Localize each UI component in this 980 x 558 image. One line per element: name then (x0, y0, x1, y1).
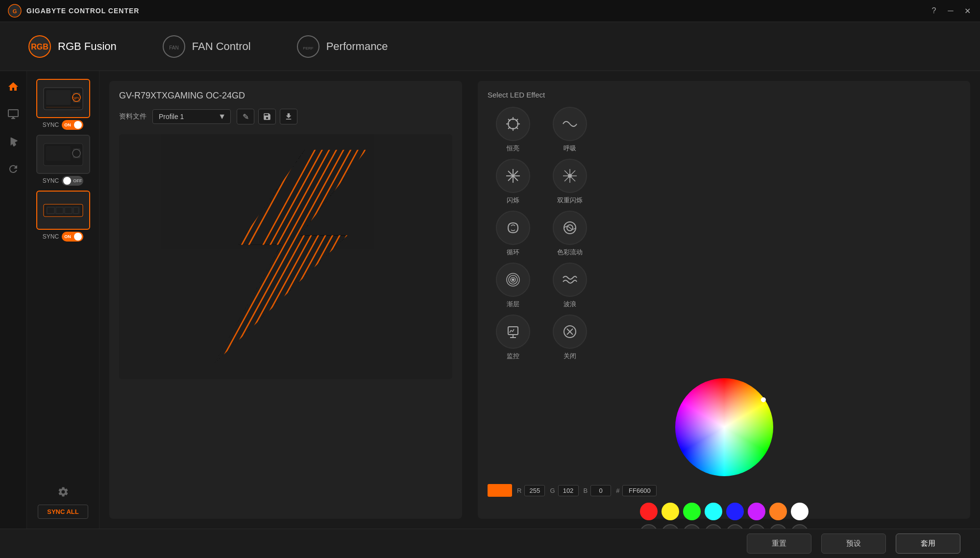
color-wheel[interactable] (675, 378, 773, 476)
profile-save-button[interactable] (258, 109, 276, 124)
toggle-1[interactable]: ON (62, 120, 83, 130)
effect-color-flow[interactable]: 色彩流动 (544, 211, 595, 257)
g-label: G (550, 487, 555, 494)
nav-monitor-icon[interactable] (5, 106, 21, 122)
svg-line-39 (291, 134, 433, 378)
svg-rect-9 (46, 90, 71, 105)
b-input[interactable] (590, 485, 611, 496)
profile-edit-button[interactable]: ✎ (237, 109, 254, 124)
svg-line-45 (176, 134, 319, 378)
svg-point-73 (512, 279, 514, 281)
main-wrapper: GPU SYNC ON (0, 71, 980, 529)
svg-line-28 (212, 134, 354, 378)
nav-bar: RGB RGB Fusion FAN FAN Control PERF Perf… (0, 22, 980, 71)
profile-select[interactable]: Profile 1 Profile 2 Profile 3 (152, 109, 231, 124)
settings-icon[interactable] (57, 486, 69, 501)
swatch-custom-1[interactable] (640, 524, 658, 529)
svg-text:RGB: RGB (31, 43, 49, 51)
toggle-2[interactable]: OFF (62, 176, 83, 186)
svg-rect-21 (56, 207, 63, 214)
reset-button[interactable]: 重置 (747, 534, 811, 554)
effect-cycle-label: 循环 (507, 248, 519, 257)
effect-color-flow-label: 色彩流动 (557, 248, 583, 257)
effect-color-flow-icon (553, 211, 587, 245)
profile-export-button[interactable] (280, 109, 297, 124)
swatch-green[interactable] (683, 503, 701, 520)
effect-double-flash-icon (553, 159, 587, 193)
effect-wave-icon (553, 263, 587, 297)
nav-refresh-icon[interactable] (5, 161, 21, 177)
svg-line-48 (333, 134, 452, 378)
color-wheel-indicator (761, 397, 766, 402)
effect-monitor-label: 监控 (507, 352, 519, 361)
effect-off[interactable]: 关闭 (544, 315, 595, 361)
device-thumb-1[interactable]: GPU (36, 79, 90, 118)
swatch-white[interactable] (791, 503, 808, 520)
gigabyte-logo-icon: G (8, 4, 22, 18)
swatch-custom-3[interactable] (683, 524, 701, 529)
svg-rect-22 (65, 207, 72, 214)
effect-monitor[interactable]: 监控 (488, 315, 539, 361)
effect-monitor-icon (496, 315, 530, 349)
performance-icon: PERF (296, 34, 320, 59)
effect-off-label: 关闭 (564, 352, 576, 361)
r-input[interactable] (524, 485, 545, 496)
svg-line-46 (169, 134, 312, 378)
effect-wave[interactable]: 波浪 (544, 263, 595, 309)
svg-line-37 (276, 134, 419, 378)
nav-cursor-icon[interactable] (5, 134, 21, 149)
color-swatches-row1 (640, 503, 808, 520)
device-thumb-2[interactable] (36, 135, 90, 174)
nav-rgb-fusion-label: RGB Fusion (58, 40, 117, 53)
effect-cycle[interactable]: 循环 (488, 211, 539, 257)
rgb-inputs: R G B # (488, 484, 960, 497)
effect-wave-label: 波浪 (564, 300, 576, 309)
swatch-red[interactable] (640, 503, 658, 520)
preset-button[interactable]: 预设 (821, 534, 886, 554)
nav-item-fan-control[interactable]: FAN FAN Control (154, 30, 259, 63)
hex-input[interactable] (622, 485, 657, 496)
swatch-custom-2[interactable] (662, 524, 679, 529)
effect-flash[interactable]: 闪烁 (488, 159, 539, 205)
g-input[interactable] (558, 485, 579, 496)
effect-gradient[interactable]: 渐层 (488, 263, 539, 309)
minimize-button[interactable]: ─ (946, 6, 956, 16)
swatch-custom-4[interactable] (705, 524, 722, 529)
close-button[interactable]: ✕ (962, 6, 972, 16)
swatch-purple[interactable] (748, 503, 765, 520)
swatch-custom-8[interactable] (791, 524, 808, 529)
swatch-cyan[interactable] (705, 503, 722, 520)
device-thumb-3[interactable] (36, 191, 90, 230)
svg-line-44 (326, 134, 452, 378)
effect-constant[interactable]: 恒亮 (488, 107, 539, 153)
svg-line-58 (508, 127, 510, 129)
toggle-3[interactable]: ON (62, 232, 83, 242)
swatch-yellow[interactable] (662, 503, 679, 520)
effect-double-flash[interactable]: 双重闪烁 (544, 159, 595, 205)
apply-button[interactable]: 套用 (896, 534, 960, 554)
nav-item-rgb-fusion[interactable]: RGB RGB Fusion (20, 30, 124, 63)
svg-line-31 (233, 134, 376, 378)
sync-all-button[interactable]: SYNC ALL (38, 505, 88, 519)
app-title: GIGABYTE CONTROL CENTER (26, 7, 139, 15)
swatch-custom-5[interactable] (726, 524, 744, 529)
help-button[interactable]: ? (929, 6, 939, 16)
svg-line-32 (241, 134, 383, 378)
device-1: GPU SYNC ON (36, 79, 90, 130)
svg-rect-20 (47, 207, 54, 214)
title-bar-left: G GIGABYTE CONTROL CENTER (8, 4, 139, 18)
sync-row-3: SYNC ON (43, 232, 83, 242)
svg-line-41 (305, 134, 447, 378)
effect-breathing[interactable]: 呼吸 (544, 107, 595, 153)
swatch-custom-7[interactable] (769, 524, 787, 529)
svg-line-27 (205, 134, 347, 378)
profile-select-wrapper: Profile 1 Profile 2 Profile 3 ▼ (152, 109, 231, 124)
swatch-custom-6[interactable] (748, 524, 765, 529)
gpu-art-svg (119, 134, 452, 379)
nav-home-icon[interactable] (5, 79, 21, 95)
swatch-blue[interactable] (726, 503, 744, 520)
profile-row: 资料文件 Profile 1 Profile 2 Profile 3 ▼ ✎ (119, 109, 452, 124)
svg-line-49 (341, 134, 452, 378)
swatch-orange[interactable] (769, 503, 787, 520)
nav-item-performance[interactable]: PERF Performance (288, 30, 396, 63)
